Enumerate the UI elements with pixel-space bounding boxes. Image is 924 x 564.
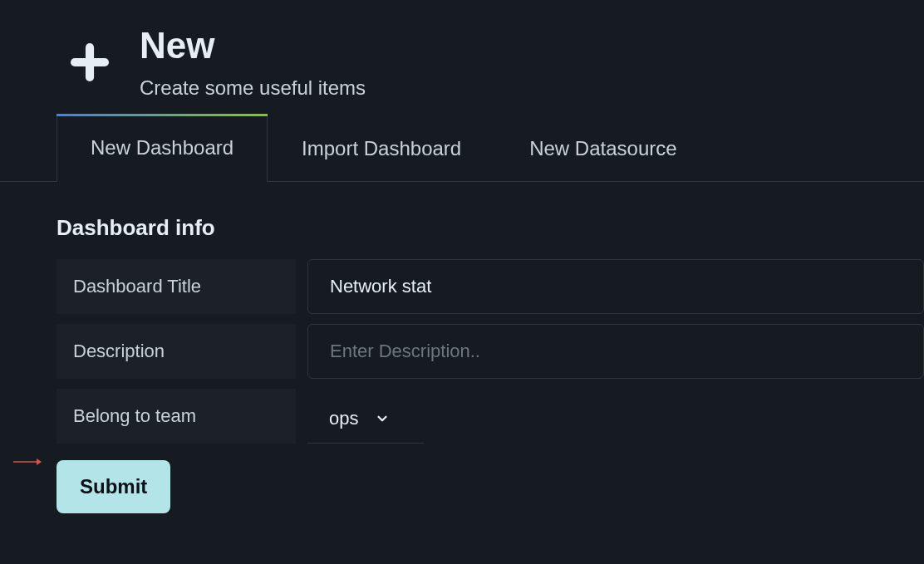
form-row-title: Dashboard Title	[57, 259, 924, 314]
tab-new-datasource[interactable]: New Datasource	[495, 116, 710, 181]
page-header: New Create some useful items	[0, 0, 924, 116]
title-input[interactable]	[307, 259, 924, 314]
chevron-down-icon	[375, 411, 390, 426]
svg-marker-3	[37, 459, 42, 465]
description-input[interactable]	[307, 324, 924, 379]
arrow-annotation-icon	[12, 455, 42, 470]
title-label: Dashboard Title	[57, 259, 296, 314]
page-subtitle: Create some useful items	[140, 76, 366, 100]
form-row-team: Belong to team ops	[57, 389, 924, 444]
description-label: Description	[57, 324, 296, 379]
team-select-value: ops	[329, 408, 358, 429]
tab-import-dashboard[interactable]: Import Dashboard	[268, 116, 495, 181]
tab-new-dashboard[interactable]: New Dashboard	[57, 116, 268, 182]
form-row-description: Description	[57, 324, 924, 379]
content-area: Dashboard info Dashboard Title Descripti…	[0, 182, 924, 513]
submit-button[interactable]: Submit	[57, 460, 170, 513]
section-title: Dashboard info	[57, 215, 924, 241]
page-title: New	[140, 25, 366, 66]
plus-icon	[65, 37, 115, 87]
team-label: Belong to team	[57, 389, 296, 444]
header-text: New Create some useful items	[140, 25, 366, 100]
team-select[interactable]: ops	[307, 389, 424, 444]
tabs-container: New Dashboard Import Dashboard New Datas…	[0, 116, 924, 182]
tabs: New Dashboard Import Dashboard New Datas…	[57, 116, 924, 181]
